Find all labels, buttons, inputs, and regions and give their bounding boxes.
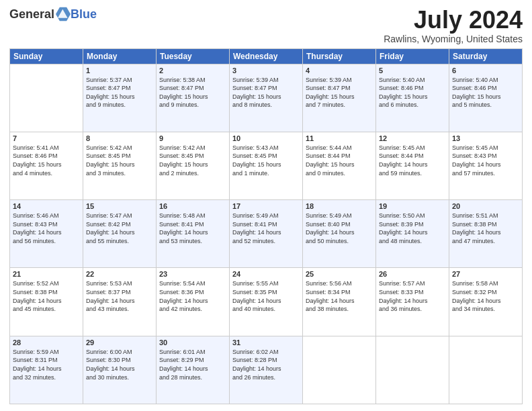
cell-week2-day4: 10Sunrise: 5:43 AMSunset: 8:45 PMDayligh… [230, 132, 303, 199]
cell-week4-day6: 26Sunrise: 5:57 AMSunset: 8:33 PMDayligh… [376, 268, 449, 336]
day-number: 2 [159, 66, 226, 75]
week-row-5: 28Sunrise: 5:59 AMSunset: 8:31 PMDayligh… [10, 336, 523, 404]
day-info: Sunrise: 5:54 AMSunset: 8:36 PMDaylight:… [159, 279, 226, 313]
cell-week5-day3: 30Sunrise: 6:01 AMSunset: 8:29 PMDayligh… [157, 336, 230, 404]
cell-week4-day4: 24Sunrise: 5:55 AMSunset: 8:35 PMDayligh… [230, 268, 303, 336]
week-row-2: 7Sunrise: 5:41 AMSunset: 8:46 PMDaylight… [10, 132, 523, 199]
day-info: Sunrise: 5:49 AMSunset: 8:41 PMDaylight:… [232, 212, 300, 245]
day-info: Sunrise: 5:52 AMSunset: 8:38 PMDaylight:… [13, 279, 80, 313]
cell-week3-day6: 19Sunrise: 5:50 AMSunset: 8:39 PMDayligh… [376, 200, 449, 268]
day-number: 10 [232, 134, 300, 142]
cell-week1-day6: 5Sunrise: 5:40 AMSunset: 8:46 PMDaylight… [376, 64, 449, 132]
cell-week5-day7 [449, 336, 523, 404]
cell-week2-day2: 8Sunrise: 5:42 AMSunset: 8:45 PMDaylight… [83, 132, 157, 199]
day-info: Sunrise: 5:50 AMSunset: 8:39 PMDaylight:… [379, 212, 446, 245]
cell-week1-day2: 1Sunrise: 5:37 AMSunset: 8:47 PMDaylight… [83, 64, 157, 132]
day-number: 17 [232, 202, 300, 210]
day-info: Sunrise: 5:56 AMSunset: 8:34 PMDaylight:… [306, 279, 373, 313]
cell-week2-day7: 13Sunrise: 5:45 AMSunset: 8:43 PMDayligh… [449, 132, 523, 199]
cell-week3-day5: 18Sunrise: 5:49 AMSunset: 8:40 PMDayligh… [303, 200, 376, 268]
day-info: Sunrise: 5:58 AMSunset: 8:32 PMDaylight:… [452, 279, 519, 313]
header-tuesday: Tuesday [157, 48, 230, 64]
day-info: Sunrise: 5:51 AMSunset: 8:38 PMDaylight:… [452, 212, 519, 245]
cell-week3-day1: 14Sunrise: 5:46 AMSunset: 8:43 PMDayligh… [10, 200, 83, 268]
day-info: Sunrise: 5:49 AMSunset: 8:40 PMDaylight:… [306, 212, 373, 245]
header-monday: Monday [83, 48, 157, 64]
day-info: Sunrise: 5:39 AMSunset: 8:47 PMDaylight:… [232, 76, 300, 109]
cell-week5-day4: 31Sunrise: 6:02 AMSunset: 8:28 PMDayligh… [230, 336, 303, 404]
header-saturday: Saturday [449, 48, 523, 64]
day-info: Sunrise: 5:48 AMSunset: 8:41 PMDaylight:… [159, 212, 226, 245]
week-row-3: 14Sunrise: 5:46 AMSunset: 8:43 PMDayligh… [10, 200, 523, 268]
day-number: 29 [86, 338, 153, 347]
day-number: 6 [452, 66, 519, 75]
day-number: 7 [13, 134, 80, 142]
day-number: 16 [159, 202, 226, 210]
day-info: Sunrise: 5:44 AMSunset: 8:44 PMDaylight:… [306, 144, 373, 177]
day-number: 31 [232, 338, 300, 347]
cell-week1-day3: 2Sunrise: 5:38 AMSunset: 8:47 PMDaylight… [157, 64, 230, 132]
cell-week3-day7: 20Sunrise: 5:51 AMSunset: 8:38 PMDayligh… [449, 200, 523, 268]
page: General Blue July 2024 Rawlins, Wyoming,… [0, 0, 532, 411]
day-info: Sunrise: 5:47 AMSunset: 8:42 PMDaylight:… [86, 212, 153, 245]
cell-week1-day5: 4Sunrise: 5:39 AMSunset: 8:47 PMDaylight… [303, 64, 376, 132]
week-row-4: 21Sunrise: 5:52 AMSunset: 8:38 PMDayligh… [10, 268, 523, 336]
header-row: Sunday Monday Tuesday Wednesday Thursday… [10, 48, 523, 64]
header-wednesday: Wednesday [230, 48, 303, 64]
day-number: 13 [452, 134, 519, 142]
cell-week1-day4: 3Sunrise: 5:39 AMSunset: 8:47 PMDaylight… [230, 64, 303, 132]
day-number: 30 [159, 338, 226, 347]
day-info: Sunrise: 5:38 AMSunset: 8:47 PMDaylight:… [159, 76, 226, 109]
cell-week4-day2: 22Sunrise: 5:53 AMSunset: 8:37 PMDayligh… [83, 268, 157, 336]
day-number: 18 [306, 202, 373, 210]
day-number: 22 [86, 270, 153, 278]
day-info: Sunrise: 5:43 AMSunset: 8:45 PMDaylight:… [232, 144, 300, 177]
header-thursday: Thursday [303, 48, 376, 64]
day-info: Sunrise: 5:45 AMSunset: 8:44 PMDaylight:… [379, 144, 446, 177]
day-info: Sunrise: 5:40 AMSunset: 8:46 PMDaylight:… [379, 76, 446, 109]
cell-week3-day3: 16Sunrise: 5:48 AMSunset: 8:41 PMDayligh… [157, 200, 230, 268]
day-number: 19 [379, 202, 446, 210]
logo-icon [56, 7, 71, 21]
cell-week4-day3: 23Sunrise: 5:54 AMSunset: 8:36 PMDayligh… [157, 268, 230, 336]
day-info: Sunrise: 5:40 AMSunset: 8:46 PMDaylight:… [452, 76, 519, 109]
header: General Blue July 2024 Rawlins, Wyoming,… [9, 7, 523, 44]
day-info: Sunrise: 6:02 AMSunset: 8:28 PMDaylight:… [232, 348, 300, 381]
day-info: Sunrise: 5:45 AMSunset: 8:43 PMDaylight:… [452, 144, 519, 177]
day-number: 9 [159, 134, 226, 142]
day-number: 1 [86, 66, 153, 75]
cell-week4-day1: 21Sunrise: 5:52 AMSunset: 8:38 PMDayligh… [10, 268, 83, 336]
day-number: 3 [232, 66, 300, 75]
logo-blue-text: Blue [71, 7, 97, 21]
calendar-table: Sunday Monday Tuesday Wednesday Thursday… [9, 48, 523, 404]
day-info: Sunrise: 5:46 AMSunset: 8:43 PMDaylight:… [13, 212, 80, 245]
day-info: Sunrise: 5:39 AMSunset: 8:47 PMDaylight:… [306, 76, 373, 109]
day-info: Sunrise: 6:01 AMSunset: 8:29 PMDaylight:… [159, 348, 226, 381]
day-number: 5 [379, 66, 446, 75]
cell-week5-day5 [303, 336, 376, 404]
day-number: 23 [159, 270, 226, 278]
cell-week3-day2: 15Sunrise: 5:47 AMSunset: 8:42 PMDayligh… [83, 200, 157, 268]
day-number: 11 [306, 134, 373, 142]
cell-week2-day5: 11Sunrise: 5:44 AMSunset: 8:44 PMDayligh… [303, 132, 376, 199]
day-info: Sunrise: 5:41 AMSunset: 8:46 PMDaylight:… [13, 144, 80, 177]
title-area: July 2024 Rawlins, Wyoming, United State… [384, 7, 523, 44]
day-number: 14 [13, 202, 80, 210]
header-sunday: Sunday [10, 48, 83, 64]
cell-week4-day5: 25Sunrise: 5:56 AMSunset: 8:34 PMDayligh… [303, 268, 376, 336]
day-number: 15 [86, 202, 153, 210]
cell-week2-day3: 9Sunrise: 5:42 AMSunset: 8:45 PMDaylight… [157, 132, 230, 199]
cell-week1-day7: 6Sunrise: 5:40 AMSunset: 8:46 PMDaylight… [449, 64, 523, 132]
cell-week5-day1: 28Sunrise: 5:59 AMSunset: 8:31 PMDayligh… [10, 336, 83, 404]
cell-week5-day6 [376, 336, 449, 404]
cell-week2-day6: 12Sunrise: 5:45 AMSunset: 8:44 PMDayligh… [376, 132, 449, 199]
day-number: 8 [86, 134, 153, 142]
day-number: 4 [306, 66, 373, 75]
day-info: Sunrise: 5:37 AMSunset: 8:47 PMDaylight:… [86, 76, 153, 109]
day-info: Sunrise: 5:55 AMSunset: 8:35 PMDaylight:… [232, 279, 300, 313]
day-number: 24 [232, 270, 300, 278]
day-info: Sunrise: 5:57 AMSunset: 8:33 PMDaylight:… [379, 279, 446, 313]
cell-week4-day7: 27Sunrise: 5:58 AMSunset: 8:32 PMDayligh… [449, 268, 523, 336]
month-title: July 2024 [384, 7, 523, 34]
day-info: Sunrise: 5:42 AMSunset: 8:45 PMDaylight:… [159, 144, 226, 177]
